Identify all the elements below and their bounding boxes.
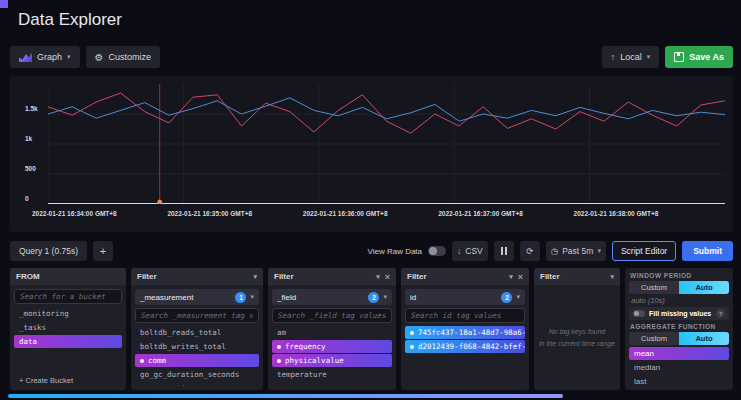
tag-key-value: _measurement: [140, 293, 231, 302]
chevron-down-icon: ▾: [509, 273, 513, 281]
window-period-panel: WINDOW PERIOD Custom Auto auto (10s) Fil…: [625, 268, 733, 390]
filter-title: Filter: [137, 272, 157, 281]
submit-button[interactable]: Submit: [682, 241, 733, 261]
chevron-down-icon: ▾: [610, 273, 614, 281]
help-icon[interactable]: ?: [716, 309, 725, 318]
query-tabs: Query 1 (0.75s) +: [10, 241, 113, 261]
toggle-knob-icon: [633, 310, 645, 317]
tag-key-value: _field: [277, 293, 364, 302]
corner-accent: [0, 0, 8, 8]
bucket-list: _monitoring_tasksdata: [14, 307, 122, 372]
local-label: Local: [620, 52, 642, 62]
from-panel: FROM _monitoring_tasksdata + Create Buck…: [10, 268, 126, 390]
list-item[interactable]: mean: [629, 347, 729, 360]
tag-key-value: id: [410, 293, 497, 302]
aggregate-auto-button[interactable]: Auto: [679, 332, 729, 345]
tag-key-dropdown[interactable]: id 2 ▾: [405, 289, 525, 305]
list-item[interactable]: frequency: [272, 340, 392, 353]
list-item[interactable]: median: [629, 361, 729, 374]
list-item-label: last: [634, 377, 646, 386]
list-item-label: boltdb_reads_total: [140, 328, 221, 337]
list-item[interactable]: comm: [135, 354, 259, 367]
fill-missing-values-label: Fill missing values: [649, 310, 711, 317]
clock-icon: ◷: [551, 246, 558, 256]
query-builder: FROM _monitoring_tasksdata + Create Buck…: [10, 268, 733, 390]
close-icon[interactable]: ×: [518, 272, 523, 282]
list-item[interactable]: boltdb_reads_total: [135, 326, 259, 339]
local-dropdown[interactable]: ↑ Local ▾: [602, 46, 660, 68]
graph-type-label: Graph: [37, 52, 62, 62]
x-axis-label: 2022-01-21 16:36:00 GMT+8: [303, 210, 388, 217]
filter-title: Filter: [274, 272, 294, 281]
csv-label: CSV: [465, 246, 482, 256]
aggregate-custom-button[interactable]: Custom: [629, 332, 679, 345]
tag-value-search-input[interactable]: [405, 308, 525, 323]
list-item[interactable]: boltdb_writes_total: [135, 340, 259, 353]
list-item-label: d2012439-f068-4842-bfef-8…: [418, 342, 525, 351]
list-item[interactable]: 745fc437-18a1-48d7-98a6-7…: [405, 326, 525, 339]
refresh-button[interactable]: ⟳: [520, 241, 540, 261]
query-tab-1[interactable]: Query 1 (0.75s): [10, 241, 87, 261]
list-item[interactable]: last: [629, 375, 729, 387]
graph-type-dropdown[interactable]: Graph ▾: [10, 46, 80, 68]
filter-panel-_measurement: Filter ▾ × _measurement 1 ▾ boltdb_reads…: [131, 268, 263, 390]
download-csv-button[interactable]: ↓ CSV: [452, 241, 488, 261]
time-range-dropdown[interactable]: ◷ Past 5m ▾: [546, 241, 606, 261]
list-item[interactable]: _monitoring: [14, 307, 122, 320]
list-item-label: physicalvalue: [285, 356, 344, 365]
query-bar: Query 1 (0.75s) + View Raw Data ↓ CSV ⟳ …: [10, 240, 733, 262]
y-axis-label: 500: [25, 165, 36, 172]
list-item-label: 745fc437-18a1-48d7-98a6-7…: [418, 328, 525, 337]
window-auto-value: auto (10s): [629, 296, 729, 305]
list-item[interactable]: go_gc_duration_seconds: [135, 368, 259, 381]
list-item[interactable]: data: [14, 335, 122, 348]
script-editor-button[interactable]: Script Editor: [612, 241, 676, 261]
create-bucket-button[interactable]: + Create Bucket: [14, 375, 122, 386]
list-item[interactable]: temperature: [272, 368, 392, 381]
list-item-label: _monitoring: [19, 309, 69, 318]
list-item[interactable]: _tasks: [14, 321, 122, 334]
chart-panel: 1.5k1k50002022-01-21 16:34:00 GMT+82022-…: [10, 76, 733, 232]
tag-key-dropdown[interactable]: _field 2 ▾: [272, 289, 392, 305]
y-axis-label: 1.5k: [25, 105, 38, 112]
query-controls: View Raw Data ↓ CSV ⟳ ◷ Past 5m ▾ Script…: [367, 241, 733, 261]
add-query-button[interactable]: +: [93, 241, 113, 261]
selected-count-badge: 1: [235, 292, 246, 303]
chevron-down-icon: ▾: [250, 293, 254, 301]
chevron-down-icon: ▾: [376, 273, 380, 281]
list-item[interactable]: go_goroutines: [135, 382, 259, 386]
list-item-label: boltdb_writes_total: [140, 342, 226, 351]
close-icon[interactable]: ×: [385, 272, 390, 282]
view-raw-data-toggle[interactable]: [428, 246, 446, 256]
filter-title: Filter: [407, 272, 427, 281]
aggregate-function-list: meanmedianlast: [629, 347, 729, 387]
tag-value-search-input[interactable]: [272, 308, 392, 323]
pause-button[interactable]: [494, 241, 514, 261]
customize-label: Customize: [109, 52, 152, 62]
empty-filter-line1: No tag keys found: [549, 328, 605, 335]
tag-value-list: boltdb_reads_totalboltdb_writes_totalcom…: [135, 326, 259, 386]
horizontal-scrollbar[interactable]: [8, 394, 563, 398]
save-as-label: Save As: [689, 52, 724, 62]
bucket-search-input[interactable]: [14, 289, 122, 304]
window-custom-button[interactable]: Custom: [629, 281, 679, 294]
tag-value-search-input[interactable]: [135, 308, 259, 323]
from-panel-body: _monitoring_tasksdata + Create Bucket: [10, 285, 126, 390]
list-item[interactable]: physicalvalue: [272, 354, 392, 367]
window-period-title: WINDOW PERIOD: [629, 271, 729, 279]
fill-missing-values-toggle[interactable]: Fill missing values ?: [629, 307, 729, 320]
list-item[interactable]: d2012439-f068-4842-bfef-8…: [405, 340, 525, 353]
chevron-down-icon: ▾: [67, 53, 71, 61]
save-as-button[interactable]: Save As: [665, 46, 733, 68]
window-auto-button[interactable]: Auto: [679, 281, 729, 294]
x-axis-label: 2022-01-21 16:38:00 GMT+8: [574, 210, 659, 217]
selected-count-badge: 2: [501, 292, 512, 303]
selected-dot-icon: [410, 345, 414, 349]
aggregate-function-title: AGGREGATE FUNCTION: [629, 322, 729, 330]
time-series-chart[interactable]: [48, 84, 725, 204]
list-item[interactable]: am: [272, 326, 392, 339]
list-item-label: mean: [634, 349, 654, 358]
toolbar: Graph ▾ ⚙ Customize ↑ Local ▾ Save As: [10, 46, 733, 68]
customize-button[interactable]: ⚙ Customize: [86, 46, 160, 68]
tag-key-dropdown[interactable]: _measurement 1 ▾: [135, 289, 259, 305]
